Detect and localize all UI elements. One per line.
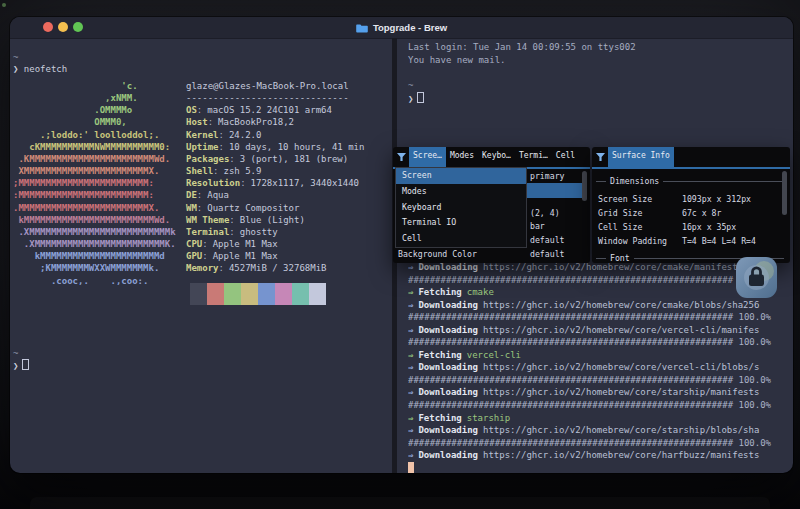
ascii-line: XMMMMMMMMMMMMMMMMMMMMMMMX. <box>13 165 176 177</box>
info-row: WM Theme:Blue (Light) <box>186 214 364 226</box>
info-value: 1093px x 312px <box>682 194 751 204</box>
ascii-line: .XMMMMMMMMMMMMMMMMMMMMMMMMK. <box>13 238 176 250</box>
progress-line: ########################################… <box>408 274 791 287</box>
info-row: Memory:4527MiB / 32768MiB <box>186 262 364 274</box>
inspector-table: primary (2, 4) bar Foreground Color defa… <box>393 169 590 263</box>
palette-swatch <box>224 283 241 294</box>
desktop: Topgrade - Brew ~ ❯ neofetch 'c. ,xNMM. … <box>0 0 800 509</box>
arrow-icon: ⇒ <box>408 350 413 360</box>
menu-item-keyboard[interactable]: Keyboard <box>396 200 526 216</box>
window-titlebar[interactable]: Topgrade - Brew <box>10 17 793 39</box>
fetch-line: ⇒Fetchingvercel-cli <box>408 349 791 362</box>
lock-icon[interactable] <box>735 256 778 299</box>
menu-item-cell[interactable]: Cell <box>396 231 526 247</box>
progress-line: ########################################… <box>408 437 791 450</box>
info-label: Grid Size <box>598 208 642 218</box>
text-cursor <box>408 462 414 473</box>
separator-line <box>596 258 606 259</box>
prompt-symbol: ❯ <box>408 94 413 104</box>
ascii-line: ;KMMMMMMMWXXWMMMMMMMk. <box>13 262 176 274</box>
filter-funnel-icon[interactable] <box>393 147 409 167</box>
palette-swatch <box>309 283 326 294</box>
arrow-icon: ⇒ <box>408 287 413 297</box>
info-row: Uptime:10 days, 10 hours, 41 min <box>186 141 364 153</box>
palette-swatch <box>258 283 275 294</box>
tab-modes[interactable]: Modes <box>446 147 478 167</box>
arrow-icon: ⇒ <box>408 387 413 397</box>
info-row: WM:Quartz Compositor <box>186 202 364 214</box>
progress-line: ########################################… <box>408 311 791 324</box>
tab-terminal-io[interactable]: Termi… <box>515 147 552 167</box>
info-row: OS:macOS 15.2 24C101 arm64 <box>186 104 364 116</box>
prompt-line: ❯ <box>13 359 29 372</box>
last-login-line: Last login: Tue Jan 14 00:09:55 on ttys0… <box>408 41 636 53</box>
palette-swatch <box>241 294 258 305</box>
filter-funnel-icon[interactable] <box>592 147 608 167</box>
arrow-icon: ⇒ <box>408 413 413 423</box>
info-row: Shell:zsh 5.9 <box>186 165 364 177</box>
download-line: ⇒Downloadinghttps://ghcr.io/v2/homebrew/… <box>408 424 791 437</box>
prompt-line: ❯ <box>408 92 424 105</box>
separator-line <box>596 181 606 182</box>
category-dropdown-menu: Screen Modes Keyboard Terminal IO Cell <box>395 167 527 248</box>
command-text: neofetch <box>24 64 67 74</box>
arrow-icon: ⇒ <box>408 450 413 460</box>
palette-row <box>190 294 326 305</box>
window-title: Topgrade - Brew <box>373 22 447 33</box>
info-separator: ------------------------------ <box>186 92 364 104</box>
ascii-line: ;MMMMMMMMMMMMMMMMMMMMMMMM: <box>13 177 176 189</box>
scrollbar[interactable] <box>782 171 787 215</box>
neofetch-info: glaze@Glazes-MacBook-Pro.local ---------… <box>186 80 364 275</box>
ascii-line: .OMMMMo <box>13 104 176 116</box>
download-line: ⇒Downloadinghttps://ghcr.io/v2/homebrew/… <box>408 324 791 337</box>
tab-screen[interactable]: Scree… <box>409 147 446 167</box>
tab-surface-info[interactable]: Surface Info <box>608 147 674 167</box>
arrow-icon: ⇒ <box>408 300 413 310</box>
cwd-line: ~ <box>13 51 18 63</box>
download-line: ⇒Downloadinghttps://ghcr.io/v2/homebrew/… <box>408 299 791 312</box>
menu-item-screen[interactable]: Screen <box>396 168 526 184</box>
palette-swatch <box>224 294 241 305</box>
ascii-line: cKMMMMMMMMMMNWMMMMMMMMMM0: <box>13 141 176 153</box>
arrow-icon: ⇒ <box>408 425 413 435</box>
info-row: Kernel:24.2.0 <box>186 129 364 141</box>
progress-line: ########################################… <box>408 336 791 349</box>
info-label: Window Padding <box>598 236 667 246</box>
info-row: GPU:Apple M1 Max <box>186 250 364 262</box>
dock-hint[interactable] <box>30 497 770 509</box>
info-row: Host:MacBookPro18,2 <box>186 116 364 128</box>
tab-cell[interactable]: Cell <box>552 147 579 167</box>
palette-row <box>190 283 326 294</box>
info-row: CPU:Apple M1 Max <box>186 238 364 250</box>
palette-swatch <box>190 283 207 294</box>
palette-swatch <box>241 283 258 294</box>
brew-output: ⇒Downloadinghttps://ghcr.io/v2/homebrew/… <box>408 261 791 462</box>
ascii-line: 'c. <box>13 80 176 92</box>
text-cursor-unfocused <box>417 92 424 103</box>
palette-swatch <box>258 294 275 305</box>
menu-item-terminal-io[interactable]: Terminal IO <box>396 215 526 231</box>
ascii-line: OMMM0, <box>13 116 176 128</box>
info-label: Cell Size <box>598 222 642 232</box>
download-line: ⇒Downloadinghttps://ghcr.io/v2/homebrew/… <box>408 386 791 399</box>
ascii-line: kMMMMMMMMMMMMMMMMMMMMMMMMWd. <box>13 214 176 226</box>
scrollbar[interactable] <box>582 171 587 201</box>
palette-swatch <box>309 294 326 305</box>
progress-line: ########################################… <box>408 374 791 387</box>
palette-swatch <box>207 294 224 305</box>
info-row: Packages:3 (port), 181 (brew) <box>186 153 364 165</box>
inspector-tabbar: Scree… Modes Keybo… Termi… Cell <box>393 147 590 169</box>
info-value: 16px x 35px <box>682 222 736 232</box>
tab-keyboard[interactable]: Keybo… <box>478 147 515 167</box>
ascii-line: .MMMMMMMMMMMMMMMMMMMMMMMMX. <box>13 202 176 214</box>
terminal-color-palette <box>190 283 326 305</box>
palette-swatch <box>207 283 224 294</box>
command-line: ❯ neofetch <box>13 63 67 75</box>
ascii-line: :MMMMMMMMMMMMMMMMMMMMMMMM: <box>13 189 176 201</box>
palette-swatch <box>190 294 207 305</box>
palette-swatch <box>292 294 309 305</box>
terminal-pane-neofetch[interactable]: ~ ❯ neofetch 'c. ,xNMM. .OMMMMo OMMM0, .… <box>10 38 392 473</box>
table-value: bar <box>530 221 545 231</box>
menu-item-modes[interactable]: Modes <box>396 184 526 200</box>
progress-line: ########################################… <box>408 399 791 412</box>
